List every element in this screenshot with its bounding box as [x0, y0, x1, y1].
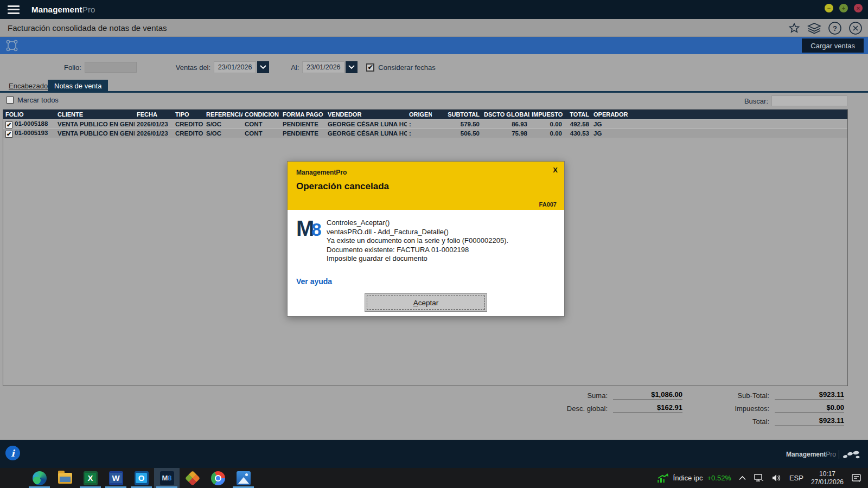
- ver-ayuda-link[interactable]: Ver ayuda: [296, 277, 332, 286]
- al-dropdown-icon[interactable]: [346, 61, 358, 73]
- suma-label: Suma:: [542, 391, 608, 400]
- message-line: ventasPRO.dll - Add_Factura_Detalle(): [327, 228, 556, 237]
- clock-date: 27/01/2026: [811, 478, 844, 486]
- grid-column-header-operador[interactable]: OPERADOR: [591, 111, 847, 118]
- cell-vendedor: GEORGE CÉSAR LUNA HOIL: [326, 121, 407, 127]
- system-tray: Índice ipc +0.52% ESP 10:17 27/01/2026: [657, 468, 868, 488]
- grid-column-header-origen[interactable]: ORIGEN: [407, 111, 432, 118]
- svg-text:?: ?: [833, 24, 837, 33]
- tab-strip: Encabezado Notas de venta: [0, 80, 868, 93]
- grid-column-header-vendedor[interactable]: VENDEDOR: [326, 111, 407, 118]
- grid-column-header-total[interactable]: TOTAL: [564, 111, 591, 118]
- message-line: Documento existente: FACTURA 01-0002198: [327, 246, 556, 255]
- chrome-icon: [211, 471, 225, 485]
- table-row[interactable]: ✔01-0005188VENTA PUBLICO EN GENERAL2026/…: [3, 119, 847, 129]
- volume-icon[interactable]: [771, 474, 782, 482]
- notifications-icon[interactable]: [851, 473, 861, 483]
- totals-section: Suma: $1,086.00 Desc. global: $162.91 Su…: [0, 386, 868, 440]
- ventas-del-label: Ventas del:: [176, 63, 210, 72]
- cell-total: 492.58: [564, 121, 591, 127]
- cell-tipo: CREDITO: [173, 121, 204, 127]
- window-title-bar: Facturación consolidada de notas de vent…: [0, 19, 868, 37]
- grid-column-header-tipo[interactable]: TIPO: [173, 111, 204, 118]
- file-explorer-icon: [58, 473, 72, 484]
- cell-cliente: VENTA PUBLICO EN GENERAL: [55, 130, 135, 137]
- cargar-ventas-button[interactable]: Cargar ventas: [802, 38, 864, 53]
- cell-operador: JG: [591, 130, 847, 137]
- cell-origen: :: [407, 121, 432, 127]
- cell-impuesto: 0.00: [529, 130, 564, 137]
- brand-bold: Management: [31, 5, 82, 14]
- tray-chevron-up-icon[interactable]: [739, 476, 746, 480]
- windows-start-icon: [7, 471, 21, 485]
- grid-column-header-folio[interactable]: FOLIO: [3, 111, 55, 118]
- cell-vendedor: GEORGE CÉSAR LUNA HOIL: [326, 130, 407, 137]
- taskbar-clock[interactable]: 10:17 27/01/2026: [811, 470, 844, 486]
- layers-icon[interactable]: [807, 22, 821, 35]
- grid-column-header-condicion[interactable]: CONDICION: [242, 111, 280, 118]
- statusbar-brand: ManagementPro: [786, 449, 860, 460]
- taskbar-app-outlook[interactable]: O: [129, 468, 154, 488]
- dialog-header: ManagementPro Operación cancelada X FA00…: [288, 162, 564, 210]
- grid-column-header-impuesto[interactable]: IMPUESTO: [529, 111, 564, 118]
- table-row[interactable]: ✔01-0005193VENTA PUBLICO EN GENERAL2026/…: [3, 129, 847, 138]
- grid-column-header-subtotal[interactable]: SUBTOTAL: [432, 111, 482, 118]
- considerar-fechas-checkbox[interactable]: ✔: [366, 63, 374, 72]
- grid-column-header-fecha[interactable]: FECHA: [135, 111, 173, 118]
- dialog-close-icon[interactable]: X: [553, 166, 558, 174]
- taskbar-app-explorer[interactable]: [52, 468, 78, 488]
- grid-column-header-forma_pago[interactable]: FORMA PAGO: [280, 111, 326, 118]
- cell-origen: :: [407, 130, 432, 137]
- row-checkbox[interactable]: ✔: [5, 131, 12, 138]
- taskbar-app-word[interactable]: W: [103, 468, 129, 488]
- cell-cliente: VENTA PUBLICO EN GENERAL: [55, 121, 135, 127]
- considerar-fechas-label: Considerar fechas: [378, 63, 436, 72]
- folio-input: [85, 62, 137, 73]
- grid-header-row: FOLIOCLIENTEFECHATIPOREFERENCIACONDICION…: [3, 110, 847, 119]
- menu-hamburger-icon[interactable]: [8, 5, 20, 14]
- help-icon[interactable]: ?: [828, 21, 842, 35]
- language-indicator[interactable]: ESP: [789, 474, 803, 482]
- grid-column-header-referencia[interactable]: REFERENCIA: [204, 111, 242, 118]
- taskbar-app-avg[interactable]: [180, 468, 205, 488]
- taskbar-app-chrome[interactable]: [205, 468, 231, 488]
- tab-encabezado[interactable]: Encabezado: [5, 81, 51, 91]
- cell-forma_pago: PENDIENTE: [280, 121, 326, 127]
- network-icon[interactable]: [754, 474, 764, 482]
- ticker-chart-icon: [657, 473, 669, 483]
- info-icon[interactable]: i: [5, 446, 20, 460]
- excel-icon: X: [84, 471, 98, 485]
- taskbar-app-m8[interactable]: M8: [154, 468, 180, 488]
- minimize-button[interactable]: −: [825, 4, 833, 12]
- favorite-star-icon[interactable]: [788, 22, 801, 35]
- close-window-icon[interactable]: [848, 21, 863, 35]
- marcar-todos-checkbox[interactable]: [7, 97, 14, 104]
- cell-condicion: CONT: [242, 130, 280, 137]
- m8-logo-8: 8: [311, 220, 321, 240]
- stock-ticker[interactable]: Índice ipc +0.52%: [657, 473, 731, 483]
- statusbar-brand-bold: Management: [786, 451, 826, 458]
- taskbar-app-start[interactable]: [1, 468, 27, 488]
- cell-referencia: S/OC: [204, 121, 242, 127]
- page-title: Facturación consolidada de notas de vent…: [8, 23, 167, 33]
- row-checkbox[interactable]: ✔: [5, 121, 12, 129]
- statusbar-brand-light: Pro: [826, 451, 836, 458]
- grid-column-header-dscto[interactable]: DSCTO GLOBAL: [482, 111, 529, 118]
- edge-icon: [33, 471, 47, 485]
- taskbar-app-excel[interactable]: X: [78, 468, 103, 488]
- taskbar-app-edge[interactable]: [27, 468, 52, 488]
- close-app-button[interactable]: ×: [854, 4, 863, 12]
- ticker-label: Índice ipc: [673, 474, 703, 482]
- ventas-del-dropdown-icon[interactable]: [257, 61, 269, 73]
- ventas-del-date-field[interactable]: 23/01/2026: [214, 61, 256, 73]
- dialog-message: Controles_Aceptar() ventasPRO.dll - Add_…: [327, 219, 556, 264]
- buscar-input[interactable]: [771, 95, 847, 106]
- maximize-button[interactable]: +: [839, 4, 848, 12]
- photos-icon: [237, 471, 251, 485]
- al-date-field[interactable]: 23/01/2026: [302, 61, 344, 73]
- aceptar-button[interactable]: Aceptar: [365, 293, 487, 312]
- grid-column-header-cliente[interactable]: CLIENTE: [55, 111, 135, 118]
- transform-selection-icon[interactable]: [5, 39, 18, 52]
- word-icon: W: [109, 471, 123, 485]
- taskbar-app-photos[interactable]: [231, 468, 256, 488]
